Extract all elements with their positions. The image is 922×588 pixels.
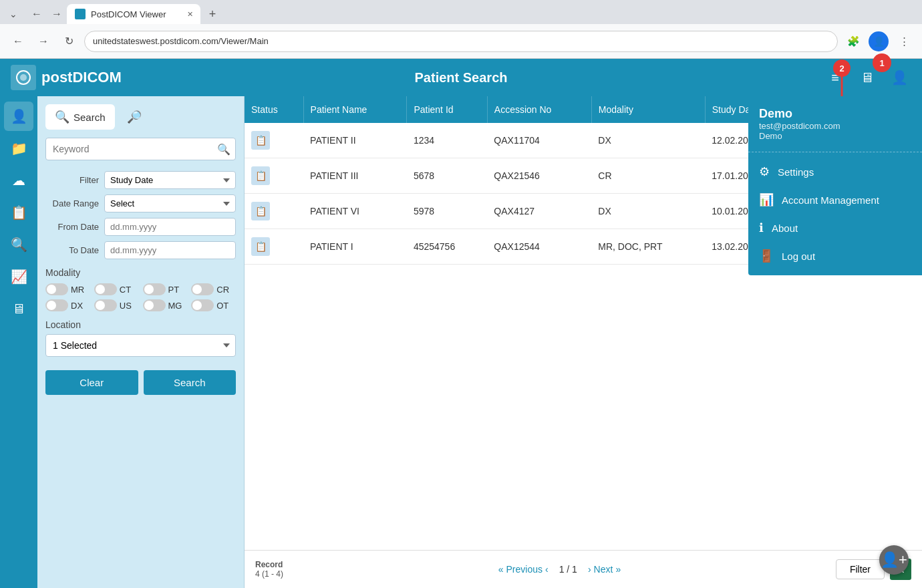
user-email: test@postdicom.com (759, 121, 911, 131)
filter-select[interactable]: Study Date (104, 171, 236, 189)
col-modality: Modality (591, 96, 705, 123)
modality-dx-label: DX (71, 301, 83, 311)
user-dropdown-menu: ⚙ Settings 📊 Account Management ℹ About … (748, 152, 922, 275)
cell-id: 5678 (407, 158, 487, 194)
location-section: Location 1 Selected (45, 319, 236, 357)
modality-cr: CR (191, 283, 236, 295)
modality-ct-label: CT (120, 285, 131, 295)
sidebar-item-reports[interactable]: 📋 (4, 198, 33, 227)
add-patient-button[interactable]: 👤+ (879, 545, 909, 575)
search-tabs: 🔍 Search 🔎 (45, 104, 236, 130)
date-range-select[interactable]: Select (104, 194, 236, 212)
from-date-input[interactable] (104, 218, 236, 236)
modality-dx: DX (45, 299, 90, 311)
sidebar-item-stats[interactable]: 📈 (4, 262, 33, 291)
cell-accession: QAX12544 (487, 229, 591, 265)
keyword-search-icon: 🔍 (217, 143, 230, 156)
viewer-btn[interactable]: 🖥 1 (855, 65, 879, 90)
profile-btn[interactable]: 👤 (869, 31, 889, 51)
next-button[interactable]: › Next » (583, 561, 626, 577)
about-item[interactable]: ℹ About (748, 214, 922, 242)
settings-icon: ⚙ (759, 164, 770, 179)
modality-us: US (94, 299, 139, 311)
modality-pt: PT (143, 283, 188, 295)
modality-ot-toggle[interactable] (191, 299, 214, 311)
menu-btn[interactable]: ⋮ (894, 31, 914, 51)
previous-button[interactable]: « Previous ‹ (493, 561, 554, 577)
cell-status: 📋 (245, 194, 303, 229)
search-tab-label: Search (73, 112, 106, 123)
modality-mg: MG (143, 299, 188, 311)
modality-cr-toggle[interactable] (191, 283, 214, 295)
tab-list-btn[interactable]: ⌄ (5, 6, 21, 22)
account-management-item[interactable]: 📊 Account Management (748, 186, 922, 214)
app-header: postDICOM Patient Search ≡ 🖥 1 👤 Demo te… (0, 59, 922, 96)
settings-label: Settings (778, 166, 814, 178)
modality-label: Modality (45, 267, 236, 278)
filter-button[interactable]: Filter (836, 559, 885, 579)
cell-accession: QAX4127 (487, 194, 591, 229)
worklist-btn[interactable]: ≡ (823, 65, 847, 90)
tab-search[interactable]: 🔍 Search (45, 104, 115, 130)
svg-point-1 (20, 74, 27, 81)
col-status: Status (245, 96, 303, 123)
cell-id: 1234 (407, 123, 487, 158)
search-button[interactable]: Search (144, 370, 237, 395)
location-select[interactable]: 1 Selected (45, 334, 236, 357)
filter-label: Filter (45, 175, 99, 185)
clear-button[interactable]: Clear (45, 370, 138, 395)
extensions-btn[interactable]: 🧩 (843, 31, 863, 51)
logout-item[interactable]: 🚪 Log out (748, 242, 922, 270)
address-bar[interactable] (84, 31, 838, 52)
cell-accession: QAX21546 (487, 158, 591, 194)
date-range-label: Date Range (45, 198, 99, 208)
location-label: Location (45, 319, 236, 330)
status-icon: 📋 (251, 131, 270, 150)
cell-accession: QAX11704 (487, 123, 591, 158)
search-buttons: Clear Search (45, 370, 236, 395)
modality-section: Modality MR CT PT (45, 267, 236, 311)
sidebar-item-files[interactable]: 📁 (4, 134, 33, 163)
user-dropdown-header: Demo test@postdicom.com Demo (748, 96, 922, 152)
next-label: Next (594, 564, 613, 575)
back-btn[interactable]: ← (27, 4, 47, 24)
record-label: Record (255, 560, 283, 569)
record-range: 4 (1 - 4) (255, 569, 283, 579)
active-tab[interactable]: PostDICOM Viewer ✕ (67, 4, 200, 24)
modality-cr-label: CR (216, 285, 229, 295)
modality-mg-toggle[interactable] (143, 299, 166, 311)
keyword-input[interactable] (45, 138, 236, 160)
user-menu-btn[interactable]: 👤 (887, 65, 911, 90)
modality-mr-toggle[interactable] (45, 283, 68, 295)
browser-forward-btn[interactable]: → (33, 31, 53, 51)
modality-ot-label: OT (216, 301, 228, 311)
cell-name: PATIENT II (303, 123, 407, 158)
new-tab-btn[interactable]: + (203, 5, 222, 23)
user-role: Demo (759, 131, 911, 141)
modality-dx-toggle[interactable] (45, 299, 68, 311)
cell-name: PATIENT III (303, 158, 407, 194)
sidebar-item-analytics[interactable]: 🔍 (4, 230, 33, 259)
cell-id: 5978 (407, 194, 487, 229)
to-date-input[interactable] (104, 241, 236, 259)
forward-btn[interactable]: → (47, 4, 67, 24)
browser-back-btn[interactable]: ← (8, 31, 28, 51)
sidebar-item-monitor[interactable]: 🖥 (4, 294, 33, 323)
add-patient-icon: 👤+ (881, 551, 907, 569)
modality-mr: MR (45, 283, 90, 295)
modality-ct-toggle[interactable] (94, 283, 117, 295)
col-patient-name: Patient Name (303, 96, 407, 123)
settings-item[interactable]: ⚙ Settings (748, 158, 922, 186)
sidebar-item-upload[interactable]: ☁ (4, 166, 33, 195)
status-icon: 📋 (251, 237, 270, 256)
close-tab-btn[interactable]: ✕ (184, 9, 195, 19)
modality-pt-toggle[interactable] (143, 283, 166, 295)
prev-chevron: ‹ (545, 564, 549, 575)
browser-refresh-btn[interactable]: ↻ (59, 31, 79, 51)
modality-us-toggle[interactable] (94, 299, 117, 311)
logout-icon: 🚪 (759, 249, 774, 263)
tab-advanced-search[interactable]: 🔎 (118, 104, 151, 130)
filter-row: Filter Study Date (45, 171, 236, 189)
tab-title: PostDICOM Viewer (91, 9, 166, 19)
sidebar-item-search[interactable]: 👤 (4, 102, 33, 131)
